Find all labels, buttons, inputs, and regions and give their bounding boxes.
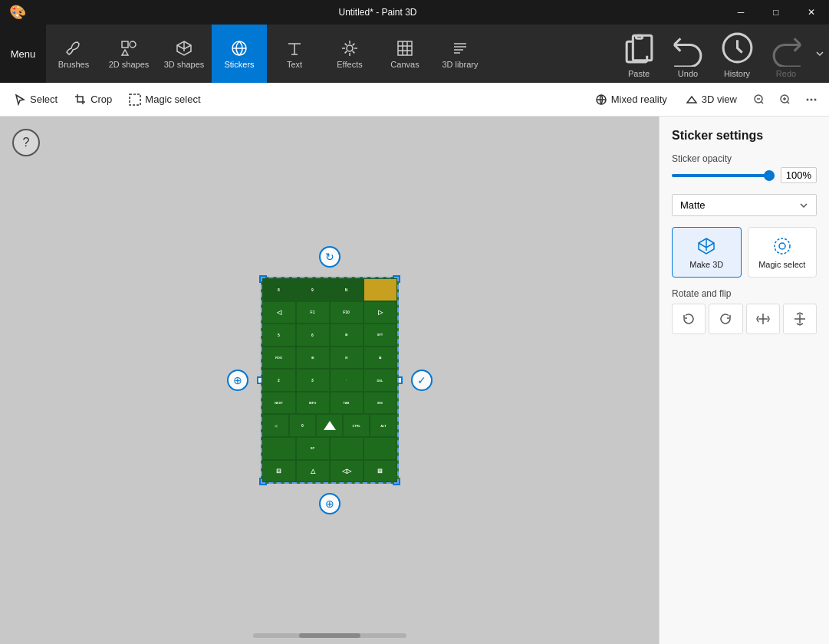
svg-point-1	[130, 41, 136, 48]
crop-tool[interactable]: Crop	[67, 90, 120, 109]
paste-icon	[620, 29, 658, 67]
magic-select-tool[interactable]: Magic select	[121, 90, 208, 109]
opacity-fill	[672, 174, 775, 177]
titlebar-controls: ─ □ ✕	[723, 0, 829, 25]
confirm-handle[interactable]: ✓	[411, 370, 433, 391]
sticker-container[interactable]: ↻ ⊕ ✓ 8 9 N	[253, 269, 406, 491]
history-icon	[719, 29, 756, 67]
svg-rect-5	[398, 41, 412, 55]
opacity-value: 100%	[781, 167, 817, 183]
stickers-icon	[230, 39, 248, 58]
paste-button[interactable]: Paste	[614, 25, 663, 83]
magic-select-panel-icon	[771, 235, 793, 257]
zoom-in-icon	[779, 94, 791, 106]
scrollbar-thumb[interactable]	[299, 633, 360, 638]
toolbar-canvas[interactable]: Canvas	[377, 25, 433, 83]
maximize-button[interactable]: □	[758, 0, 794, 25]
svg-point-17	[779, 243, 785, 249]
effects-icon	[340, 39, 359, 58]
magic-select-icon	[129, 94, 141, 106]
zoom-out-icon	[753, 94, 765, 106]
scrollbar[interactable]	[253, 633, 406, 638]
toolbar: Menu Brushes 2D shapes 3D shapes Stic	[0, 25, 829, 83]
opacity-label: Sticker opacity	[672, 153, 817, 164]
3d-view-icon	[686, 94, 698, 106]
rotate-right-button[interactable]	[709, 304, 742, 334]
2d-shapes-icon	[120, 39, 138, 58]
svg-rect-8	[130, 94, 140, 105]
flip-horizontal-icon	[755, 311, 771, 327]
history-button[interactable]: History	[712, 25, 762, 83]
main: ? ↻ ⊕ ✓ 8 9 N	[0, 117, 829, 644]
undo-icon	[669, 29, 707, 67]
panel-title: Sticker settings	[672, 129, 817, 143]
opacity-section: Sticker opacity 100%	[672, 153, 817, 183]
subtoolbar: Select Crop Magic select Mixed reality 3…	[0, 83, 829, 117]
svg-rect-0	[122, 41, 128, 48]
svg-marker-2	[122, 50, 128, 55]
help-button[interactable]: ?	[12, 129, 40, 156]
rotate-flip-label: Rotate and flip	[672, 288, 817, 299]
close-button[interactable]: ✕	[794, 0, 829, 25]
toolbar-stickers[interactable]: Stickers	[212, 25, 267, 83]
opacity-thumb[interactable]	[764, 170, 775, 181]
zoom-out-button[interactable]	[748, 88, 771, 111]
canvas-area[interactable]: ? ↻ ⊕ ✓ 8 9 N	[0, 117, 659, 644]
svg-marker-10	[687, 97, 696, 103]
svg-point-15	[814, 98, 817, 100]
toolbar-chevron[interactable]	[811, 25, 829, 83]
toolbar-3d-shapes[interactable]: 3D shapes	[156, 25, 212, 83]
flip-vertical-icon	[792, 311, 808, 327]
make-3d-icon	[696, 235, 717, 257]
magic-select-panel-button[interactable]: Magic select	[748, 227, 817, 278]
mixed-reality-tool[interactable]: Mixed reality	[587, 90, 675, 109]
flip-vertical-button[interactable]	[783, 304, 817, 334]
toolbar-effects[interactable]: Effects	[322, 25, 377, 83]
rotate-left-button[interactable]	[672, 304, 706, 334]
app-icon: 🎨	[9, 4, 26, 21]
make-3d-button[interactable]: Make 3D	[672, 227, 742, 278]
right-panel: Sticker settings Sticker opacity 100% Ma…	[659, 117, 829, 644]
3d-view-tool[interactable]: 3D view	[678, 90, 745, 109]
rotate-flip-buttons	[672, 304, 817, 334]
stamp-handle[interactable]: ⊕	[227, 370, 248, 391]
menu-button[interactable]: Menu	[0, 25, 46, 83]
toolbar-3d-library[interactable]: 3D library	[433, 25, 488, 83]
svg-point-13	[807, 98, 809, 100]
svg-point-16	[775, 238, 790, 254]
rotate-right-icon	[718, 311, 733, 327]
more-icon	[805, 94, 817, 106]
flip-horizontal-button[interactable]	[746, 304, 780, 334]
brushes-icon	[64, 39, 83, 58]
move-handle[interactable]: ⊕	[319, 493, 340, 514]
titlebar: 🎨 Untitled* - Paint 3D ─ □ ✕	[0, 0, 829, 25]
rotate-handle[interactable]: ↻	[319, 246, 340, 268]
mixed-reality-icon	[595, 94, 607, 106]
matte-label: Matte	[680, 199, 706, 211]
chevron-up-icon	[814, 48, 826, 60]
toolbar-2d-shapes[interactable]: 2D shapes	[101, 25, 156, 83]
canvas-icon	[396, 39, 414, 58]
zoom-in-button[interactable]	[774, 88, 797, 111]
svg-point-4	[347, 45, 353, 51]
redo-button[interactable]: Redo	[762, 25, 811, 83]
more-options-button[interactable]	[800, 88, 823, 111]
select-tool[interactable]: Select	[6, 90, 65, 109]
3d-shapes-icon	[175, 39, 193, 58]
text-icon	[285, 39, 304, 58]
toolbar-right: Paste Undo History Redo	[614, 25, 829, 83]
toolbar-brushes[interactable]: Brushes	[46, 25, 101, 83]
opacity-slider[interactable]	[672, 174, 775, 177]
undo-button[interactable]: Undo	[663, 25, 712, 83]
minimize-button[interactable]: ─	[723, 0, 758, 25]
matte-dropdown[interactable]: Matte	[672, 194, 817, 216]
subtoolbar-right: Mixed reality 3D view	[587, 88, 823, 111]
rotate-flip-section: Rotate and flip	[672, 288, 817, 334]
3d-library-icon	[451, 39, 469, 58]
chevron-down-icon	[799, 201, 808, 210]
cursor-icon	[14, 94, 26, 106]
redo-icon	[768, 29, 805, 67]
opacity-row: 100%	[672, 167, 817, 183]
toolbar-text[interactable]: Text	[267, 25, 322, 83]
rotate-left-icon	[681, 311, 696, 327]
